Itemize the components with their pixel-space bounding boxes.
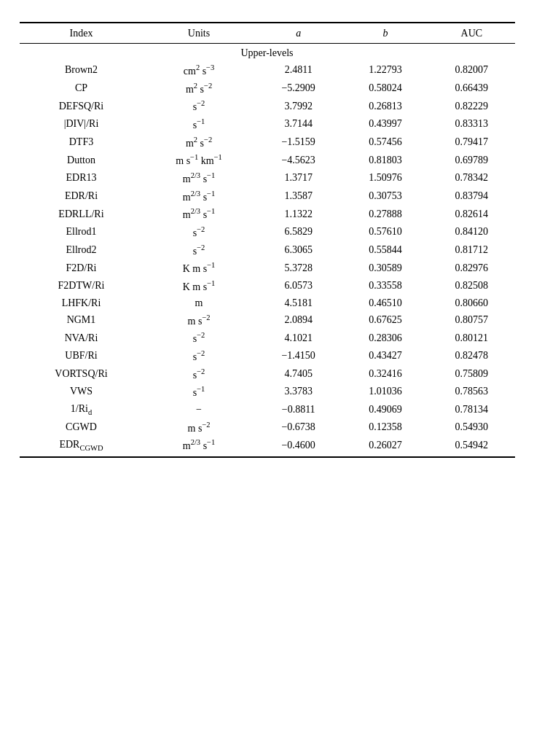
cell-index: DTF3	[20, 133, 144, 152]
cell-index: F2D/Ri	[20, 259, 144, 277]
cell-b: 0.81803	[342, 151, 428, 169]
cell-b: 0.57456	[342, 133, 428, 152]
cell-units: m2/3 s−1	[143, 436, 254, 457]
cell-units: s−2	[143, 329, 254, 347]
table-row: |DIV|/Ris−13.71440.439970.83313	[20, 115, 515, 133]
cell-index: NVA/Ri	[20, 329, 144, 347]
cell-index: Brown2	[20, 61, 144, 79]
cell-auc: 0.78134	[428, 401, 514, 418]
cell-auc: 0.82614	[428, 205, 514, 223]
table-row: DEFSQ/Ris−23.79920.268130.82229	[20, 97, 515, 115]
cell-units: m s−1 km−1	[143, 151, 254, 169]
cell-index: F2DTW/Ri	[20, 277, 144, 295]
cell-b: 0.43997	[342, 115, 428, 133]
cell-b: 0.57610	[342, 223, 428, 241]
cell-index: 1/Rid	[20, 401, 144, 418]
cell-auc: 0.78342	[428, 169, 514, 187]
table-row: VORTSQ/Ris−24.74050.324160.75809	[20, 365, 515, 383]
cell-index: DEFSQ/Ri	[20, 97, 144, 115]
cell-a: −5.2909	[255, 79, 342, 98]
cell-units: K m s−1	[143, 259, 254, 277]
cell-a: 3.7144	[255, 115, 342, 133]
header-index: Index	[20, 23, 144, 44]
cell-index: |DIV|/Ri	[20, 115, 144, 133]
cell-a: 6.3065	[255, 241, 342, 260]
table-row: EDR/Rim2/3 s−11.35870.307530.83794	[20, 187, 515, 206]
cell-index: CGWD	[20, 418, 144, 437]
cell-index: Ellrod2	[20, 241, 144, 260]
cell-index: EDRLL/Ri	[20, 205, 144, 223]
cell-units: cm2 s−3	[143, 61, 254, 79]
cell-a: −0.8811	[255, 401, 342, 418]
cell-a: 4.1021	[255, 329, 342, 347]
cell-b: 0.26027	[342, 436, 428, 457]
cell-units: m2 s−2	[143, 133, 254, 152]
cell-b: 0.49069	[342, 401, 428, 418]
cell-auc: 0.54930	[428, 418, 514, 437]
table-container: Index Units a b AUC Upper-levelsBrown2cm…	[20, 22, 515, 458]
cell-index: CP	[20, 79, 144, 98]
cell-a: 1.3587	[255, 187, 342, 206]
cell-b: 0.43427	[342, 347, 428, 365]
cell-auc: 0.80757	[428, 311, 514, 330]
cell-a: 3.3783	[255, 383, 342, 401]
cell-a: 6.0573	[255, 277, 342, 295]
table-row: NGM1m s−22.08940.676250.80757	[20, 311, 515, 330]
cell-units: m2 s−2	[143, 79, 254, 98]
cell-a: −4.5623	[255, 151, 342, 169]
cell-b: 0.46510	[342, 295, 428, 311]
cell-b: 0.58024	[342, 79, 428, 98]
cell-units: m	[143, 295, 254, 311]
cell-auc: 0.82976	[428, 259, 514, 277]
header-a: a	[255, 23, 342, 44]
table-row: VWSs−13.37831.010360.78563	[20, 383, 515, 401]
cell-index: UBF/Ri	[20, 347, 144, 365]
cell-a: 4.7405	[255, 365, 342, 383]
cell-auc: 0.80660	[428, 295, 514, 311]
cell-units: s−2	[143, 347, 254, 365]
cell-b: 0.67625	[342, 311, 428, 330]
cell-units: m2/3 s−1	[143, 187, 254, 206]
cell-a: −0.6738	[255, 418, 342, 437]
cell-b: 0.30589	[342, 259, 428, 277]
cell-units: m2/3 s−1	[143, 169, 254, 187]
cell-index: Dutton	[20, 151, 144, 169]
cell-index: VWS	[20, 383, 144, 401]
cell-index: LHFK/Ri	[20, 295, 144, 311]
cell-a: 3.7992	[255, 97, 342, 115]
cell-units: s−1	[143, 115, 254, 133]
cell-units: s−2	[143, 241, 254, 260]
cell-b: 1.22793	[342, 61, 428, 79]
table-row: F2DTW/RiK m s−16.05730.335580.82508	[20, 277, 515, 295]
cell-index: VORTSQ/Ri	[20, 365, 144, 383]
cell-a: 2.4811	[255, 61, 342, 79]
table-row: DTF3m2 s−2−1.51590.574560.79417	[20, 133, 515, 152]
table-row: CGWDm s−2−0.67380.123580.54930	[20, 418, 515, 437]
cell-b: 0.12358	[342, 418, 428, 437]
cell-auc: 0.82508	[428, 277, 514, 295]
table-row: Brown2cm2 s−32.48111.227930.82007	[20, 61, 515, 79]
cell-auc: 0.69789	[428, 151, 514, 169]
table-row: CPm2 s−2−5.29090.580240.66439	[20, 79, 515, 98]
cell-a: 2.0894	[255, 311, 342, 330]
table-row: Duttonm s−1 km−1−4.56230.818030.69789	[20, 151, 515, 169]
cell-auc: 0.75809	[428, 365, 514, 383]
cell-auc: 0.84120	[428, 223, 514, 241]
header-auc: AUC	[428, 23, 514, 44]
cell-a: −0.4600	[255, 436, 342, 457]
cell-units: m s−2	[143, 418, 254, 437]
table-row: EDRLL/Rim2/3 s−11.13220.278880.82614	[20, 205, 515, 223]
cell-index: EDR/Ri	[20, 187, 144, 206]
table-row: Ellrod1s−26.58290.576100.84120	[20, 223, 515, 241]
cell-auc: 0.79417	[428, 133, 514, 152]
table-row: F2D/RiK m s−15.37280.305890.82976	[20, 259, 515, 277]
cell-units: K m s−1	[143, 277, 254, 295]
cell-b: 0.27888	[342, 205, 428, 223]
cell-a: −1.4150	[255, 347, 342, 365]
cell-auc: 0.78563	[428, 383, 514, 401]
cell-auc: 0.54942	[428, 436, 514, 457]
cell-b: 0.26813	[342, 97, 428, 115]
cell-auc: 0.81712	[428, 241, 514, 260]
table-row: LHFK/Rim4.51810.465100.80660	[20, 295, 515, 311]
cell-b: 1.01036	[342, 383, 428, 401]
